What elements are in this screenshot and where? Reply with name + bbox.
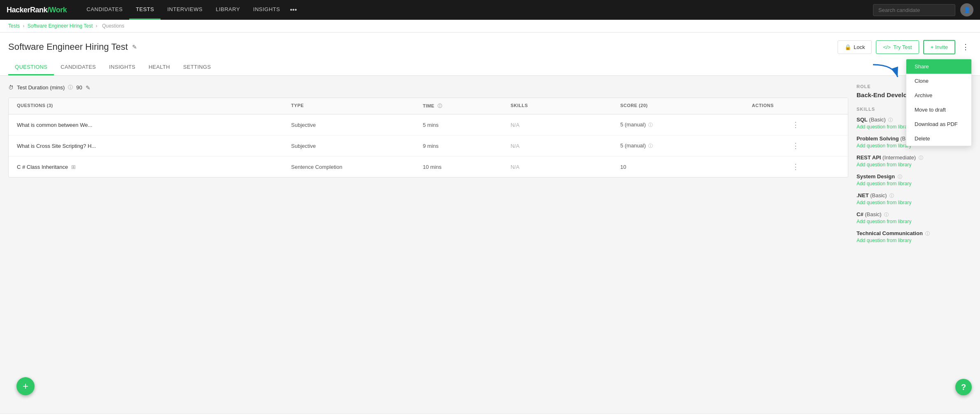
page-header: Software Engineer Hiring Test ✎ 🔒 Lock <… [0, 33, 980, 76]
skill-tc-name: Technical Communication ⓘ [857, 230, 972, 237]
question-score-3: 10 [620, 164, 752, 170]
col-actions: ACTIONS [752, 103, 840, 109]
duration-value: 90 [76, 84, 82, 91]
score-info-icon-1: ⓘ [648, 122, 653, 127]
skill-csharp: C# (Basic) ⓘ Add question from library [857, 211, 972, 224]
table-row: What is common between We... Subjective … [9, 114, 848, 135]
nav-links: CANDIDATES TESTS INTERVIEWS LIBRARY INSI… [80, 0, 300, 20]
question-time-1: 5 mins [423, 122, 510, 128]
question-skills-1: N/A [510, 122, 620, 128]
page-title-row: Software Engineer Hiring Test ✎ 🔒 Lock <… [8, 39, 972, 55]
inheritance-icon: ⊞ [71, 164, 76, 170]
question-name-1[interactable]: What is common between We... [17, 122, 291, 128]
dropdown-archive[interactable]: Archive [906, 88, 971, 103]
tab-health[interactable]: HEALTH [142, 60, 177, 75]
more-options-button[interactable]: ⋮ [959, 39, 972, 55]
col-time: TIME ⓘ [423, 103, 510, 109]
avatar[interactable]: 👤 [960, 3, 973, 16]
questions-table: QUESTIONS (3) TYPE TIME ⓘ SKILLS SCORE (… [8, 98, 848, 177]
skill-rest-api: REST API (Intermediate) ⓘ Add question f… [857, 154, 972, 168]
col-questions: QUESTIONS (3) [17, 103, 291, 109]
duration-label: Test Duration (mins) [17, 84, 65, 91]
breadcrumb: Tests › Software Engineer Hiring Test › … [0, 20, 980, 33]
question-type-3: Sentence Completion [291, 164, 423, 170]
table-header: QUESTIONS (3) TYPE TIME ⓘ SKILLS SCORE (… [9, 98, 848, 114]
lock-button[interactable]: 🔒 Lock [838, 40, 872, 54]
question-score-2: 5 (manual) ⓘ [620, 142, 752, 149]
add-from-library-rest[interactable]: Add question from library [857, 162, 972, 168]
question-skills-2: N/A [510, 143, 620, 149]
skill-sd-info[interactable]: ⓘ [898, 174, 902, 179]
score-info-icon-2: ⓘ [648, 143, 653, 148]
table-row: What is Cross Site Scripting? H... Subje… [9, 135, 848, 156]
question-time-2: 9 mins [423, 143, 510, 149]
row-actions-1[interactable]: ⋮ [752, 120, 840, 129]
duration-edit-icon[interactable]: ✎ [86, 84, 91, 91]
table-row: C # Class Inheritance ⊞ Sentence Complet… [9, 156, 848, 177]
try-test-button[interactable]: </> Try Test [876, 40, 919, 54]
dropdown-download-pdf[interactable]: Download as PDF [906, 117, 971, 131]
skill-sd-name: System Design ⓘ [857, 173, 972, 180]
add-button[interactable]: + [16, 377, 35, 395]
questions-area: ⏱ Test Duration (mins) ⓘ 90 ✎ QUESTIONS … [8, 84, 848, 405]
breadcrumb-test-name[interactable]: Software Engineer Hiring Test [28, 23, 93, 29]
search-input[interactable] [873, 4, 955, 16]
skill-tech-comm: Technical Communication ⓘ Add question f… [857, 230, 972, 243]
nav-more-dots[interactable]: ••• [286, 6, 300, 14]
tab-candidates[interactable]: CANDIDATES [54, 60, 102, 75]
skill-dotnet: .NET (Basic) ⓘ Add question from library [857, 192, 972, 205]
tab-questions[interactable]: QUESTIONS [8, 60, 54, 75]
duration-clock-icon: ⏱ [8, 84, 14, 91]
breadcrumb-tests[interactable]: Tests [8, 23, 20, 29]
nav-library[interactable]: LIBRARY [209, 0, 247, 20]
skill-rest-name: REST API (Intermediate) ⓘ [857, 154, 972, 161]
add-from-library-dotnet[interactable]: Add question from library [857, 200, 972, 205]
question-name-3[interactable]: C # Class Inheritance ⊞ [17, 164, 291, 170]
breadcrumb-current: Questions [102, 23, 124, 29]
dropdown-move-draft[interactable]: Move to draft [906, 103, 971, 117]
main-content: ⏱ Test Duration (mins) ⓘ 90 ✎ QUESTIONS … [0, 76, 980, 413]
page-title: Software Engineer Hiring Test ✎ [8, 42, 137, 52]
skill-system-design: System Design ⓘ Add question from librar… [857, 173, 972, 187]
edit-title-icon[interactable]: ✎ [132, 44, 137, 50]
skill-cs-info[interactable]: ⓘ [884, 212, 889, 217]
code-icon: </> [883, 44, 891, 50]
skill-sql-info[interactable]: ⓘ [888, 117, 893, 122]
question-type-1: Subjective [291, 122, 423, 128]
skill-dotnet-info[interactable]: ⓘ [889, 193, 894, 198]
dropdown-share[interactable]: Share [906, 59, 971, 74]
skill-cs-name: C# (Basic) ⓘ [857, 211, 972, 218]
tab-insights[interactable]: INSIGHTS [102, 60, 142, 75]
question-time-3: 10 mins [423, 164, 510, 170]
header-actions: 🔒 Lock </> Try Test + Invite ⋮ Share Clo… [838, 39, 972, 55]
skill-rest-info[interactable]: ⓘ [919, 155, 923, 160]
dropdown-delete[interactable]: Delete [906, 131, 971, 146]
logo[interactable]: HackerRank/Work [7, 6, 67, 14]
duration-info-icon[interactable]: ⓘ [68, 84, 73, 91]
nav-tests[interactable]: TESTS [129, 0, 161, 20]
nav-candidates[interactable]: CANDIDATES [80, 0, 129, 20]
skill-dotnet-name: .NET (Basic) ⓘ [857, 192, 972, 199]
time-info-icon[interactable]: ⓘ [438, 103, 442, 108]
invite-button[interactable]: + Invite [923, 40, 955, 54]
question-name-2[interactable]: What is Cross Site Scripting? H... [17, 143, 291, 149]
footer: About Privacy Policy Terms of Service Bl… [0, 413, 980, 420]
col-score: SCORE (20) [620, 103, 752, 109]
tab-navigation: QUESTIONS CANDIDATES INSIGHTS HEALTH SET… [8, 60, 972, 75]
add-from-library-tc[interactable]: Add question from library [857, 238, 972, 243]
row-actions-2[interactable]: ⋮ [752, 141, 840, 150]
nav-insights[interactable]: INSIGHTS [247, 0, 286, 20]
add-from-library-cs[interactable]: Add question from library [857, 219, 972, 224]
nav-interviews[interactable]: INTERVIEWS [161, 0, 209, 20]
dropdown-clone[interactable]: Clone [906, 74, 971, 88]
logo-text: HackerRank/Work [7, 6, 67, 14]
row-actions-3[interactable]: ⋮ [752, 162, 840, 171]
question-skills-3: N/A [510, 164, 620, 170]
dropdown-menu: Share Clone Archive Move to draft Downlo… [906, 59, 972, 146]
col-type: TYPE [291, 103, 423, 109]
skill-tc-info[interactable]: ⓘ [925, 231, 930, 236]
add-from-library-sd[interactable]: Add question from library [857, 181, 972, 187]
tab-settings[interactable]: SETTINGS [177, 60, 217, 75]
question-score-1: 5 (manual) ⓘ [620, 121, 752, 128]
help-button[interactable]: ? [955, 379, 972, 395]
